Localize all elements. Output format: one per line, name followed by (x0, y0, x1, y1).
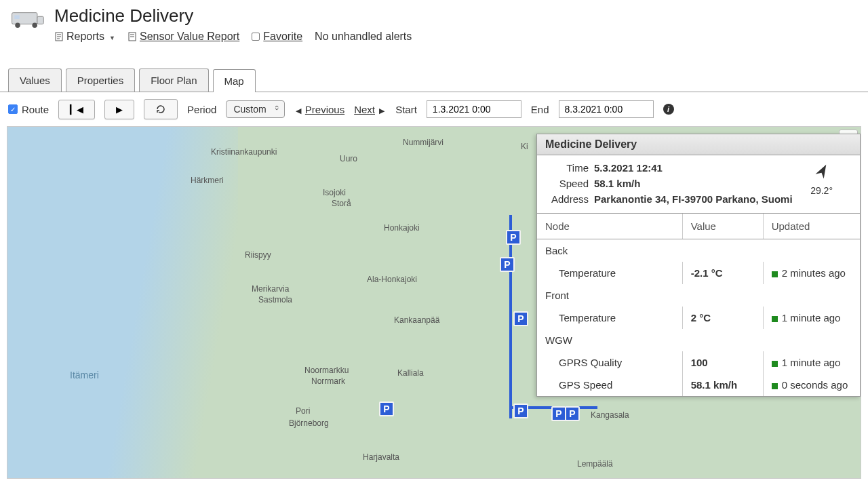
node-group-row: WGW (537, 329, 860, 351)
svg-point-3 (32, 23, 37, 28)
route-label: Route (22, 104, 49, 115)
node-updated: 1 minute ago (763, 351, 860, 374)
city-label: Lempäälä (577, 459, 613, 469)
time-key: Time (545, 162, 594, 174)
next-link[interactable]: Next ▶ (354, 104, 386, 115)
sensor-report-label: Sensor Value Report (140, 31, 239, 43)
heading-value: 29.2° (810, 185, 833, 196)
step-back-button[interactable]: ▎◀ (58, 100, 95, 119)
panel-title: Medicine Delivery (537, 134, 860, 155)
status-square-icon (772, 271, 778, 277)
node-row: Temperature-2.1 °C2 minutes ago (537, 262, 860, 284)
van-icon (8, 5, 46, 35)
parking-marker[interactable]: P (500, 257, 515, 272)
start-label: Start (395, 104, 417, 115)
refresh-icon (155, 104, 166, 115)
checkbox-icon (252, 33, 260, 41)
status-square-icon (772, 383, 778, 389)
sensor-report-link[interactable]: Sensor Value Report (127, 31, 239, 43)
node-updated: 0 seconds ago (763, 374, 860, 396)
city-label: Isojoki (323, 188, 346, 197)
speed-key: Speed (545, 178, 594, 189)
start-input[interactable] (427, 100, 521, 118)
status-square-icon (772, 316, 778, 322)
caret-down-icon (107, 31, 115, 43)
document-icon (54, 32, 64, 41)
document-icon (127, 32, 137, 41)
city-label: Norrmark (311, 376, 345, 386)
info-panel: Medicine Delivery Time 5.3.2021 12:41 Sp… (536, 134, 861, 397)
node-row: GPRS Quality1001 minute ago (537, 351, 860, 374)
city-label: Sastmola (258, 295, 292, 305)
svg-marker-12 (815, 162, 830, 178)
node-value: 58.1 km/h (682, 374, 763, 396)
parking-marker[interactable]: P (565, 406, 580, 421)
triangle-right-icon: ▶ (379, 106, 384, 115)
city-label: Honkajoki (384, 223, 420, 233)
parking-marker[interactable]: P (551, 406, 566, 421)
parking-marker[interactable]: P (506, 230, 521, 245)
tab-floorplan[interactable]: Floor Plan (139, 68, 208, 92)
city-label: Merikarvia (252, 284, 289, 294)
parking-marker[interactable]: P (379, 401, 394, 416)
map-canvas[interactable]: Itämeri KristiinankaupunkiHärkmeriUuroNu… (7, 126, 861, 479)
previous-link[interactable]: ◀ Previous (294, 104, 345, 115)
route-segment (509, 215, 512, 418)
svg-point-2 (15, 23, 20, 28)
node-name: Temperature (537, 262, 682, 284)
period-label: Period (187, 104, 216, 115)
city-label: Ala-Honkajoki (367, 275, 417, 284)
info-icon[interactable]: i (663, 104, 674, 115)
city-label: Riispyy (245, 250, 271, 260)
city-label: Noormarkku (304, 366, 349, 375)
city-label: Kalliala (397, 368, 424, 378)
city-label: Björneborg (289, 418, 329, 428)
parking-marker[interactable]: P (513, 404, 528, 418)
tab-properties[interactable]: Properties (66, 68, 135, 92)
node-name: GPS Speed (537, 374, 682, 396)
node-group-name: WGW (537, 329, 860, 351)
favorite-label: Favorite (263, 31, 302, 43)
period-select[interactable]: Custom (226, 100, 284, 118)
tabs: Values Properties Floor Plan Map (0, 68, 868, 92)
city-label: Uuro (340, 154, 357, 163)
compass-arrow-icon (812, 162, 832, 182)
city-label: Ki (521, 142, 528, 151)
city-label: Storå (332, 199, 351, 208)
parking-marker[interactable]: P (513, 311, 528, 326)
city-label: Kankaanpää (394, 315, 439, 325)
node-group-row: Back (537, 239, 860, 262)
step-back-icon: ▎◀ (70, 104, 83, 115)
alerts-status: No unhandled alerts (315, 31, 412, 43)
nodes-table: Node Value Updated BackTemperature-2.1 °… (537, 213, 860, 396)
node-name: GPRS Quality (537, 351, 682, 374)
sea-label: Itämeri (70, 370, 99, 380)
col-value: Value (682, 214, 763, 239)
end-input[interactable] (559, 100, 654, 118)
page-title: Medicine Delivery (54, 5, 860, 26)
node-group-name: Front (537, 284, 860, 307)
reports-dropdown[interactable]: Reports (54, 31, 115, 43)
svg-rect-4 (14, 15, 19, 19)
favorite-toggle[interactable]: Favorite (252, 31, 302, 43)
node-value: 2 °C (682, 307, 763, 329)
node-value: -2.1 °C (682, 262, 763, 284)
tab-map[interactable]: Map (213, 69, 256, 92)
node-updated: 1 minute ago (763, 307, 860, 329)
city-label: Harjavalta (363, 452, 399, 462)
col-updated: Updated (763, 214, 860, 239)
city-label: Kristiinankaupunki (211, 147, 277, 157)
heading-indicator: 29.2° (810, 162, 833, 196)
node-row: Temperature2 °C1 minute ago (537, 307, 860, 329)
end-label: End (531, 104, 549, 115)
route-checkbox[interactable]: ✓ (8, 104, 18, 114)
address-key: Address (545, 193, 594, 205)
play-button[interactable]: ▶ (104, 100, 134, 119)
node-group-row: Front (537, 284, 860, 307)
refresh-button[interactable] (144, 99, 178, 119)
header: Medicine Delivery Reports Sensor Value R… (0, 0, 868, 48)
tab-values[interactable]: Values (8, 68, 62, 92)
node-value: 100 (682, 351, 763, 374)
node-name: Temperature (537, 307, 682, 329)
triangle-left-icon: ◀ (296, 106, 301, 115)
